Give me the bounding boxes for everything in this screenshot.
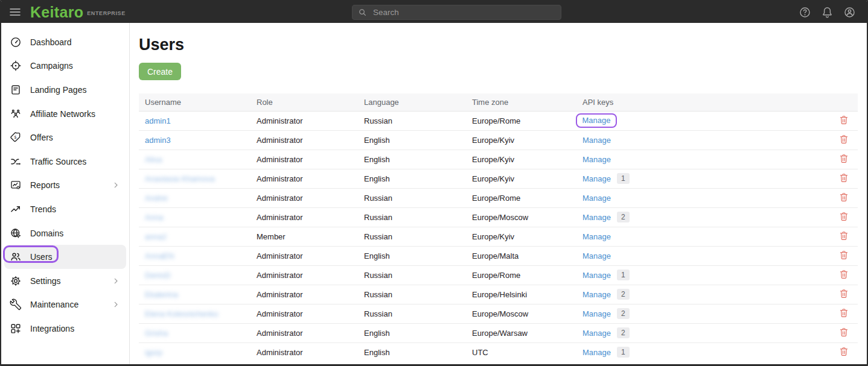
users-icon — [10, 251, 22, 263]
sidebar-item-reports[interactable]: Reports — [4, 174, 126, 198]
table-row: igorpAdministratorEnglishUTCManage1 — [139, 342, 858, 362]
manage-api-keys-link[interactable]: Manage — [582, 232, 611, 241]
sidebar-item-label: Reports — [30, 180, 60, 190]
sidebar-item-users[interactable]: Users — [4, 245, 126, 269]
actions-cell — [829, 188, 858, 207]
sidebar-item-landing-pages[interactable]: Landing Pages — [4, 78, 126, 102]
role-cell: Administrator — [251, 150, 358, 169]
sidebar-item-label: Affiliate Networks — [30, 109, 95, 119]
sidebar-item-trends[interactable]: Trends — [4, 197, 126, 221]
username-cell: admin3 — [139, 130, 251, 150]
api-keys-cell: Manage1 — [576, 342, 829, 362]
account-icon[interactable] — [843, 6, 856, 19]
manage-api-keys-link[interactable]: Manage — [582, 348, 611, 357]
username-link[interactable]: DenisD — [145, 271, 171, 280]
sidebar-item-campaigns[interactable]: Campaigns — [4, 54, 126, 78]
sidebar-item-integrations[interactable]: Integrations — [4, 317, 126, 341]
search-input[interactable] — [352, 5, 561, 20]
api-keys-cell: Manage — [576, 227, 829, 246]
username-link[interactable]: Andrei — [145, 194, 168, 203]
username-link[interactable]: Anastasia Khamova — [145, 174, 215, 183]
timezone-cell: Europe/Kyiv — [466, 227, 576, 246]
username-link[interactable]: admin3 — [145, 136, 171, 145]
role-cell: Administrator — [251, 111, 358, 130]
language-cell: English — [358, 342, 466, 362]
username-link[interactable]: admin1 — [145, 116, 171, 125]
chevron-right-icon — [111, 276, 121, 286]
manage-api-keys-link[interactable]: Manage — [582, 213, 611, 222]
delete-user-button[interactable] — [838, 269, 849, 280]
api-keys-cell: Manage — [576, 188, 829, 207]
api-keys-cell: Manage2 — [576, 207, 829, 227]
sidebar-item-label: Settings — [30, 276, 61, 286]
actions-cell — [829, 207, 858, 227]
username-link[interactable]: igorp — [145, 348, 162, 357]
manage-api-keys-link[interactable]: Manage — [582, 309, 611, 318]
username-link[interactable]: anna2 — [145, 232, 167, 241]
maintenance-icon — [10, 298, 22, 311]
manage-api-keys-link[interactable]: Manage — [582, 174, 611, 183]
table-row: anna2MemberRussianEurope/KyivManage — [139, 227, 858, 246]
create-user-button[interactable]: Create — [139, 63, 181, 80]
username-link[interactable]: Ekaterina — [145, 290, 178, 299]
manage-api-keys-link[interactable]: Manage — [582, 290, 611, 299]
column-header-time-zone: Time zone — [466, 93, 576, 111]
username-link[interactable]: AnnaEN — [145, 251, 174, 260]
delete-user-button[interactable] — [838, 288, 849, 299]
actions-cell — [829, 323, 858, 342]
sidebar-item-affiliate-networks[interactable]: Affiliate Networks — [4, 102, 126, 126]
api-keys-count-badge: 2 — [617, 212, 630, 222]
manage-api-keys-link[interactable]: Manage — [582, 155, 611, 164]
sidebar-item-label: Domains — [30, 229, 63, 238]
users-table: UsernameRoleLanguageTime zoneAPI keys ad… — [139, 93, 858, 362]
delete-user-button[interactable] — [838, 346, 849, 357]
manage-api-keys-link[interactable]: Manage — [582, 271, 611, 280]
username-link[interactable]: Elena Kolesnichenko — [145, 309, 218, 318]
sidebar-item-traffic-sources[interactable]: Traffic Sources — [4, 150, 126, 174]
api-keys-count-badge: 2 — [617, 308, 630, 319]
delete-user-button[interactable] — [838, 230, 849, 241]
search-box — [352, 5, 561, 20]
hamburger-menu-icon[interactable] — [8, 5, 22, 19]
language-cell: English — [358, 150, 466, 169]
api-keys-count-badge: 2 — [617, 327, 630, 338]
column-header-actions — [829, 93, 858, 111]
delete-user-button[interactable] — [838, 134, 849, 145]
search-icon — [358, 8, 367, 17]
delete-user-button[interactable] — [838, 153, 849, 164]
manage-api-keys-link[interactable]: Manage — [582, 329, 611, 338]
username-link[interactable]: Alisa — [145, 155, 162, 164]
table-row: AnnaAdministratorRussianEurope/MoscowMan… — [139, 207, 858, 227]
timezone-cell: Europe/Rome — [466, 188, 576, 207]
sidebar-item-offers[interactable]: $Offers — [4, 125, 126, 150]
column-header-username: Username — [139, 93, 251, 111]
language-cell: Russian — [358, 227, 466, 246]
table-row: GrishaAdministratorEnglishEurope/WarsawM… — [139, 323, 858, 342]
sidebar-item-settings[interactable]: Settings — [4, 269, 126, 293]
sidebar-item-domains[interactable]: Domains — [4, 221, 126, 245]
table-header-row: UsernameRoleLanguageTime zoneAPI keys — [139, 93, 858, 111]
help-icon[interactable] — [799, 6, 811, 19]
delete-user-button[interactable] — [838, 308, 849, 318]
sidebar-item-label: Traffic Sources — [30, 157, 86, 166]
delete-user-button[interactable] — [838, 250, 849, 260]
notifications-icon[interactable] — [821, 6, 834, 19]
role-cell: Member — [251, 227, 358, 246]
delete-user-button[interactable] — [838, 172, 849, 183]
delete-user-button[interactable] — [838, 327, 849, 338]
manage-api-keys-link[interactable]: Manage — [582, 194, 611, 203]
manage-api-keys-link[interactable]: Manage — [582, 116, 611, 125]
timezone-cell: Europe/Kyiv — [466, 130, 576, 150]
delete-user-button[interactable] — [838, 192, 849, 203]
delete-user-button[interactable] — [838, 211, 849, 222]
sidebar-item-maintenance[interactable]: Maintenance — [4, 293, 126, 317]
manage-api-keys-link[interactable]: Manage — [582, 251, 611, 260]
actions-cell — [829, 265, 858, 285]
main-content: Users Create UsernameRoleLanguageTime zo… — [130, 23, 867, 364]
manage-api-keys-link[interactable]: Manage — [582, 136, 611, 145]
delete-user-button[interactable] — [838, 115, 849, 125]
username-link[interactable]: Anna — [145, 213, 163, 222]
brand-logo[interactable]: Keitaro — [30, 5, 83, 20]
username-link[interactable]: Grisha — [145, 329, 168, 338]
sidebar-item-dashboard[interactable]: Dashboard — [4, 30, 126, 54]
